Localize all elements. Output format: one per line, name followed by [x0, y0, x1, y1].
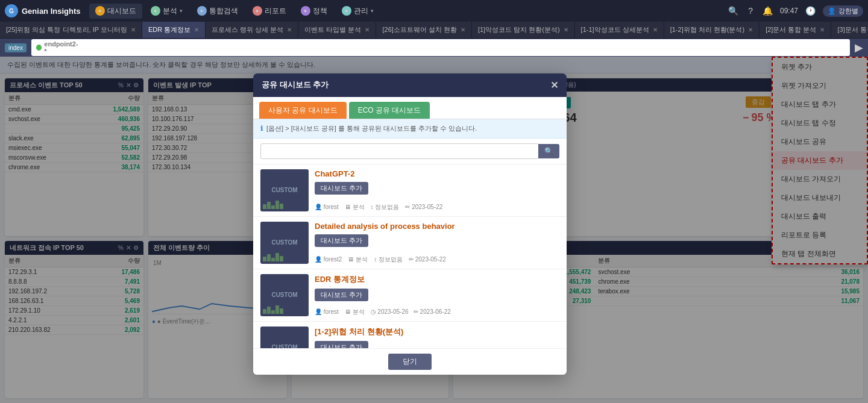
item-title[interactable]: [1-2]위협 처리 현황(분석) — [315, 326, 559, 337]
item-meta: 👤 forest 🖥 분석 ◷ 2023-05-26 ✏ 2023-06-22 — [315, 308, 559, 316]
item-thumb-label: CUSTOM — [271, 239, 297, 246]
tab-4[interactable]: [26]소프트웨어 설치 현황 ✕ — [376, 22, 471, 39]
item-thumbnail: CUSTOM — [260, 222, 309, 264]
modal-tab-user[interactable]: 사용자 공유 대시보드 — [259, 102, 347, 119]
item-thumbnail: CUSTOM — [260, 274, 309, 316]
tab-0-close[interactable]: ✕ — [131, 27, 136, 33]
tab-2-close[interactable]: ✕ — [287, 27, 292, 33]
policy-icon: ● — [301, 6, 310, 16]
logo: G Genian Insights — [5, 4, 81, 17]
item-title[interactable]: EDR 통계정보 — [315, 274, 559, 285]
tab-8-close[interactable]: ✕ — [820, 27, 825, 33]
search-row: index endpoint2-* ▶ — [0, 39, 868, 57]
list-item: CUSTOM Detailed analysis of process beha… — [253, 217, 567, 269]
tab-3[interactable]: 이벤트 타입별 분석 ✕ — [298, 22, 376, 39]
item-actions: 대시보드 추가 — [315, 234, 559, 247]
manage-arrow-icon: ▾ — [371, 8, 374, 14]
modal-footer: 닫기 — [253, 348, 567, 375]
list-item: CUSTOM ChatGPT-2 대시보드 추가 👤 forest 🖥 분석 ↕… — [253, 164, 567, 217]
index-badge: index — [5, 43, 27, 52]
bell-icon[interactable]: 🔔 — [760, 5, 775, 17]
tab-3-close[interactable]: ✕ — [365, 27, 370, 33]
analysis-arrow-icon: ▾ — [180, 8, 183, 14]
modal-search-button[interactable]: 🔍 — [538, 144, 559, 158]
status-dot — [36, 45, 42, 51]
item-thumb-label: CUSTOM — [271, 292, 297, 298]
tab-2[interactable]: 프로세스 랭위 상세 분석 ✕ — [206, 22, 298, 39]
item-thumb-bars — [263, 197, 306, 209]
item-content: ChatGPT-2 대시보드 추가 👤 forest 🖥 분석 ↕ 정보없음 ✏… — [315, 169, 559, 211]
modal-info: ℹ [옵션] > [대시보드 공유] 를 통해 공유된 대시보드를 추가할 수 … — [253, 119, 567, 139]
logo-text: Genian Insights — [22, 7, 81, 16]
tab-5-close[interactable]: ✕ — [564, 27, 568, 33]
search-icon: ● — [197, 6, 207, 16]
nav-policy[interactable]: ● 정책 — [295, 4, 333, 19]
nav-analysis[interactable]: ● 분석 ▾ — [145, 4, 189, 19]
item-add-btn[interactable]: 대시보드 추가 — [315, 341, 368, 348]
item-add-btn[interactable]: 대시보드 추가 — [315, 289, 368, 301]
item-add-btn[interactable]: 대시보드 추가 — [315, 234, 368, 247]
report-icon: ● — [253, 6, 262, 16]
item-thumbnail: CUSTOM — [260, 326, 309, 348]
modal-overlay: 공유 대시보드 추가 ✕ 사용자 공유 대시보드 ECO 공유 대시보드 ℹ [… — [0, 57, 868, 403]
tab-4-close[interactable]: ✕ — [461, 27, 465, 33]
modal-tabs: 사용자 공유 대시보드 ECO 공유 대시보드 — [253, 97, 567, 119]
item-add-btn[interactable]: 대시보드 추가 — [315, 182, 368, 195]
search-submit-icon[interactable]: ▶ — [855, 41, 863, 54]
main-area: 수집된 이벤트에 대한 다양한 통계를 보여줍니다. 숫자 클릭할 경우 해당 … — [0, 57, 868, 403]
modal-list: CUSTOM ChatGPT-2 대시보드 추가 👤 forest 🖥 분석 ↕… — [253, 164, 567, 348]
nav-search[interactable]: ● 통합검색 — [191, 4, 244, 19]
nav-right: 🔍 ? 🔔 09:47 🕐 👤 강한별 — [726, 5, 863, 17]
modal-tab-eco[interactable]: ECO 공유 대시보드 — [349, 102, 430, 119]
item-thumb-label: CUSTOM — [271, 344, 297, 348]
tab-7-close[interactable]: ✕ — [748, 27, 753, 33]
modal-close-btn[interactable]: ✕ — [550, 80, 558, 91]
search-btn[interactable]: 🔍 — [726, 5, 741, 17]
analysis-icon: ● — [151, 6, 160, 16]
clock-icon: 🕐 — [803, 5, 818, 17]
tab-1[interactable]: EDR 통계정보 ✕ — [142, 22, 206, 39]
item-meta: 👤 forest 🖥 분석 ↕ 정보없음 ✏ 2023-05-22 — [315, 203, 559, 211]
nav-dashboard[interactable]: ● 대시보드 — [89, 4, 142, 19]
navbar: G Genian Insights ● 대시보드 ● 분석 ▾ ● 통합검색 ●… — [0, 0, 868, 22]
modal: 공유 대시보드 추가 ✕ 사용자 공유 대시보드 ECO 공유 대시보드 ℹ [… — [253, 73, 567, 375]
list-item: CUSTOM EDR 통계정보 대시보드 추가 👤 forest 🖥 분석 ◷ … — [253, 269, 567, 322]
item-actions: 대시보드 추가 — [315, 289, 559, 301]
nav-report[interactable]: ● 리포트 — [247, 4, 292, 19]
item-actions: 대시보드 추가 — [315, 182, 559, 195]
tab-9[interactable]: [3]문서 통합 분석(offline) ✕ — [831, 22, 868, 39]
item-thumb-label: CUSTOM — [271, 187, 297, 193]
dashboard-icon: ● — [95, 6, 105, 16]
modal-search-input[interactable] — [260, 143, 539, 159]
tab-8[interactable]: [2]문서 통합 분석 ✕ — [760, 22, 831, 39]
search-input[interactable] — [81, 43, 845, 52]
tab-1-close[interactable]: ✕ — [194, 27, 199, 33]
help-btn[interactable]: ? — [746, 5, 755, 17]
info-icon: ℹ — [260, 125, 263, 133]
item-title[interactable]: ChatGPT-2 — [315, 169, 559, 178]
list-item: CUSTOM [1-2]위협 처리 현황(분석) 대시보드 추가 👤 fores… — [253, 322, 567, 348]
user-icon: 👤 — [828, 7, 836, 15]
item-thumb-bars — [263, 249, 306, 261]
tab-5[interactable]: [1]악성코드 탐지 현황(분석) ✕ — [472, 22, 575, 39]
item-meta: 👤 forest2 🖥 분석 ↕ 정보없음 ✏ 2023-05-22 — [315, 255, 559, 264]
search-input-wrap: endpoint2-* — [31, 39, 850, 56]
item-content: EDR 통계정보 대시보드 추가 👤 forest 🖥 분석 ◷ 2023-05… — [315, 274, 559, 316]
tab-7[interactable]: [1-2]위협 처리 현황(분석) ✕ — [664, 22, 760, 39]
tab-6[interactable]: [1-1]악성코드 상세분석 ✕ — [575, 22, 664, 39]
modal-header: 공유 대시보드 추가 ✕ — [253, 73, 567, 97]
tab-0[interactable]: [25]위험 의심 특정 디렉토리, IP 모니터링 ✕ — [0, 22, 142, 39]
modal-close-footer-btn[interactable]: 닫기 — [388, 354, 432, 370]
logo-icon: G — [5, 4, 18, 17]
item-actions: 대시보드 추가 — [315, 341, 559, 348]
tab-bar: [25]위험 의심 특정 디렉토리, IP 모니터링 ✕ EDR 통계정보 ✕ … — [0, 22, 868, 39]
item-thumb-bars — [263, 302, 306, 314]
item-content: [1-2]위협 처리 현황(분석) 대시보드 추가 👤 forest 🖥 분석 … — [315, 326, 559, 348]
item-thumbnail: CUSTOM — [260, 169, 309, 211]
item-title[interactable]: Detailed analysis of process behavior — [315, 222, 559, 231]
item-content: Detailed analysis of process behavior 대시… — [315, 222, 559, 264]
nav-manage[interactable]: ● 관리 ▾ — [336, 4, 380, 19]
user-badge[interactable]: 👤 강한별 — [823, 5, 863, 17]
modal-search: 🔍 — [253, 139, 567, 164]
tab-6-close[interactable]: ✕ — [653, 27, 658, 33]
